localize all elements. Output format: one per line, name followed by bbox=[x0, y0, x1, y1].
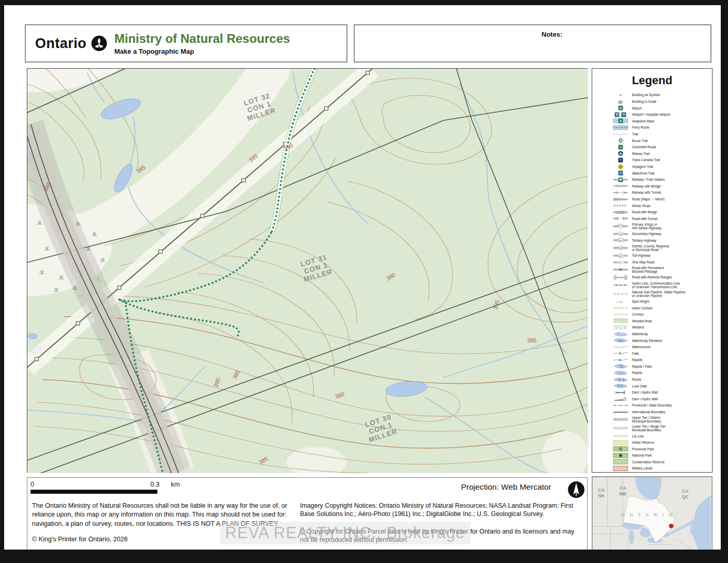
legend-item-label: Upper Tier \ District Municipal Boundary bbox=[632, 416, 709, 423]
svg-text:(318): (318) bbox=[619, 340, 623, 342]
contour-label: 385 bbox=[527, 337, 536, 343]
legend-item-label: Railway with Bridge bbox=[632, 184, 709, 188]
legend-item-label: Contour bbox=[632, 312, 709, 316]
legend-item-label: Road with Permanent Blocked Passage bbox=[632, 266, 709, 273]
svg-text:28: 28 bbox=[620, 247, 622, 249]
conservation-reserve-icon bbox=[613, 459, 628, 464]
legend-item: 7Primary, Kings or 400 Series Highway bbox=[613, 223, 712, 230]
legend-item-label: Airport bbox=[632, 106, 709, 110]
indian-reserve-icon bbox=[613, 440, 628, 445]
legend-item: Wooded Area bbox=[613, 318, 712, 323]
legend-item-label: Railway \ Train Station bbox=[632, 178, 709, 181]
page-frame: Ontario Ministry of Natural Resources Ma… bbox=[0, 0, 728, 563]
legend-item-label: One Way Road bbox=[632, 260, 709, 264]
provincial-state-boundary-icon bbox=[613, 403, 628, 408]
page-title: Ministry of Natural Resources bbox=[115, 32, 290, 46]
legend-item: Watercourse bbox=[613, 345, 712, 350]
spot-height-icon: 300 bbox=[613, 299, 628, 304]
legend-item-label: Secondary Highway bbox=[632, 232, 709, 236]
legend-item-label: Trail bbox=[632, 132, 709, 136]
legend-item-label: Rapids \ Falls bbox=[632, 365, 709, 368]
lot-line-icon bbox=[613, 433, 628, 439]
legend-item: Rapids bbox=[613, 370, 712, 376]
legend-item-label: Road with Bridge bbox=[632, 210, 709, 214]
legend-item: HHHeliport \ Hospital Heliport bbox=[613, 112, 712, 117]
legend-item-label: Tertiary Highway bbox=[632, 239, 709, 242]
voyageur-trail-icon bbox=[613, 164, 628, 169]
legend-item: Conservation Reserve bbox=[613, 459, 712, 464]
legend-item: (318)Waterbody Elevation bbox=[613, 338, 712, 343]
building-symbol-icon bbox=[613, 92, 628, 98]
legend-item-label: Spot Height bbox=[632, 300, 709, 303]
legend-item: National Park bbox=[613, 453, 712, 458]
watercourse-icon bbox=[613, 345, 628, 350]
legend-item-label: Road with Address Ranges bbox=[632, 275, 709, 279]
secondary-highway-icon: 534 bbox=[613, 231, 628, 237]
legend-item-label: District, County, Regional or Municipal … bbox=[632, 244, 709, 252]
legend-item: International Boundary bbox=[613, 410, 712, 415]
svg-text:534: 534 bbox=[619, 233, 622, 235]
heliport-icon: HH bbox=[613, 112, 628, 117]
legend-item-label: Waterfront Trail bbox=[632, 171, 709, 175]
wooded-area-icon bbox=[613, 318, 628, 323]
legend-item: Road with Permanent Blocked Passage bbox=[613, 266, 712, 273]
svg-text:407: 407 bbox=[619, 255, 622, 257]
legend-item-label: Rapids bbox=[632, 358, 709, 362]
lock-gate-icon bbox=[613, 383, 628, 388]
topographic-map: 385385395390390390385385395385380 LOT 32… bbox=[27, 68, 588, 473]
map-canvas: 385385395390390390385385395385380 LOT 32… bbox=[27, 69, 588, 473]
ontario-wordmark: Ontario bbox=[35, 36, 87, 52]
legend-item: Rocks bbox=[613, 377, 712, 382]
legend-item-label: Provincial \ State Boundary bbox=[632, 403, 709, 407]
scale-unit-label: km bbox=[171, 480, 180, 488]
pipeline-icon bbox=[613, 291, 628, 296]
legend-item-label: Provincial Park bbox=[632, 447, 709, 451]
bruce-trail-icon bbox=[613, 138, 628, 143]
svg-text:G: G bbox=[620, 146, 622, 149]
legend-item: Rideau Trail bbox=[613, 151, 712, 156]
notes-box[interactable]: Notes: bbox=[354, 24, 711, 62]
legend-item: 407Toll Highway bbox=[613, 253, 712, 258]
national-park-icon bbox=[613, 453, 628, 458]
legend-item-label: Toll Highway bbox=[632, 254, 709, 257]
legend-item-label: Railway with Tunnel bbox=[632, 191, 709, 194]
minimap-label: CA bbox=[620, 486, 626, 491]
svg-text:300: 300 bbox=[619, 301, 623, 303]
legend-item-label: Seaplane Base bbox=[632, 119, 709, 123]
railway-train-station-icon bbox=[613, 177, 628, 182]
legend-item: Provincial Park bbox=[613, 446, 712, 451]
legend-item-label: Wooded Area bbox=[632, 319, 709, 323]
road-bridge-icon bbox=[613, 210, 628, 215]
toll-highway-icon: 407 bbox=[613, 253, 628, 258]
legend-item: Military Lands bbox=[613, 466, 712, 471]
legend-item-label: Conservation Reserve bbox=[632, 460, 709, 464]
legend-item: 28District, County, Regional or Municipa… bbox=[613, 244, 712, 252]
legend-item: Dam \ Hydro Wall bbox=[613, 396, 712, 401]
minimap-label: QC bbox=[682, 494, 689, 499]
legend-item: Building as Symbol bbox=[613, 92, 712, 98]
winter-road-icon bbox=[613, 203, 628, 208]
legend-item: 400900421499Road with Address Ranges bbox=[613, 275, 712, 280]
legend-item-label: National Park bbox=[632, 453, 709, 457]
road-blocked-icon bbox=[613, 267, 628, 272]
military-lands-icon bbox=[613, 466, 628, 471]
falls-icon bbox=[613, 351, 628, 356]
legend-item-label: Wetland bbox=[632, 325, 709, 329]
railway-tunnel-icon bbox=[613, 190, 628, 195]
legend-item: Wetland bbox=[613, 325, 712, 330]
legend-item: Ferry Route bbox=[613, 125, 712, 130]
legend-item-label: Road with Tunnel bbox=[632, 217, 709, 221]
legend-item-label: Military Lands bbox=[632, 466, 709, 470]
legend-item-label: Bruce Trail bbox=[632, 139, 709, 143]
legend-item-label: Voyageur Trail bbox=[632, 165, 709, 168]
waterbody-elevation-icon: (318) bbox=[613, 338, 628, 343]
index-contour-icon: 300 bbox=[613, 305, 628, 310]
legend-item: Road with Tunnel bbox=[613, 216, 712, 221]
road-major-minor-icon bbox=[613, 197, 628, 202]
legend-item: ✈Airport bbox=[613, 105, 712, 111]
rocks-icon bbox=[613, 377, 628, 382]
legend-item: Trail bbox=[613, 132, 712, 137]
legend-item-label: Trans Canada Trail bbox=[632, 158, 709, 162]
scale-end-label: 0.3 bbox=[150, 480, 160, 488]
legend-item: 300Spot Height bbox=[613, 299, 712, 304]
